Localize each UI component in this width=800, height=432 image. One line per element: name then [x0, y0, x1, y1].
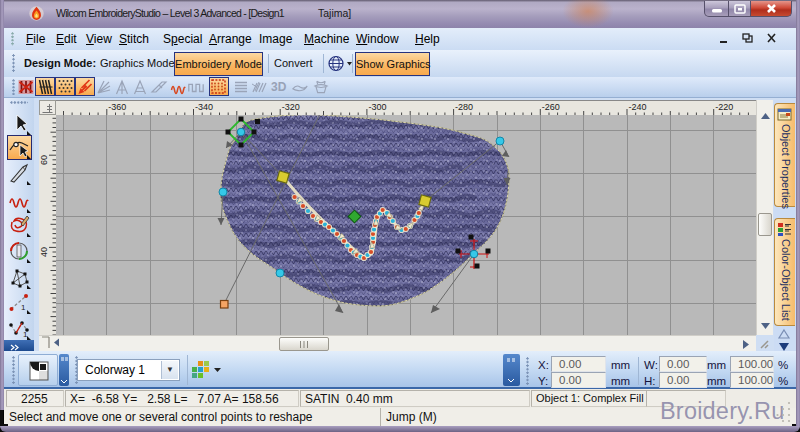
svg-text:1: 1: [21, 303, 26, 312]
svg-text:-300: -300: [368, 102, 386, 112]
svg-text:-360: -360: [108, 102, 126, 112]
svg-text:-260: -260: [542, 102, 560, 112]
svg-text:60: 60: [39, 155, 49, 165]
svg-text:40: 40: [39, 247, 49, 257]
svg-text:-280: -280: [455, 102, 473, 112]
svg-text:-240: -240: [629, 102, 647, 112]
svg-text:-340: -340: [195, 102, 213, 112]
svg-text:-220: -220: [715, 102, 733, 112]
svg-text:-320: -320: [282, 102, 300, 112]
